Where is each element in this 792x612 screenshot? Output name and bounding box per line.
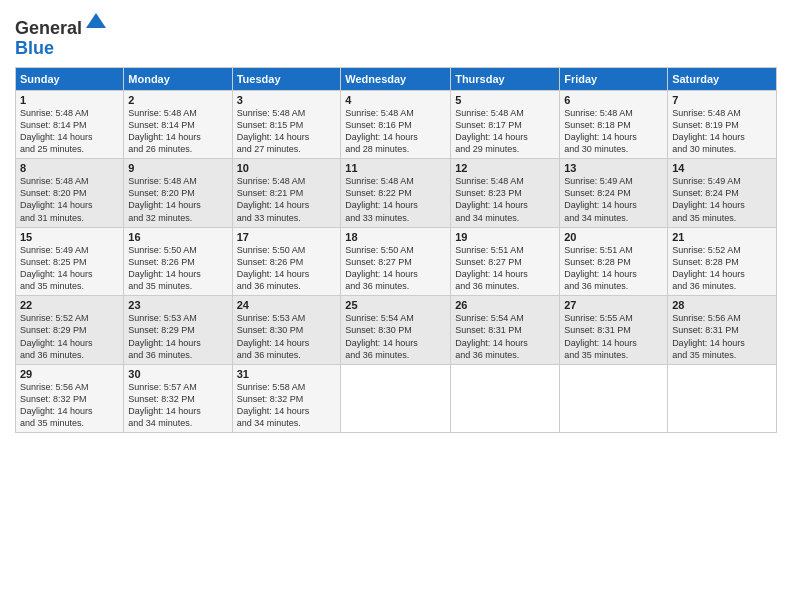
calendar-cell: 9Sunrise: 5:48 AMSunset: 8:20 PMDaylight…: [124, 159, 232, 228]
day-number: 21: [672, 231, 772, 243]
day-number: 15: [20, 231, 119, 243]
col-header-wednesday: Wednesday: [341, 67, 451, 90]
day-number: 29: [20, 368, 119, 380]
calendar-cell: 13Sunrise: 5:49 AMSunset: 8:24 PMDayligh…: [560, 159, 668, 228]
calendar-cell: 7Sunrise: 5:48 AMSunset: 8:19 PMDaylight…: [668, 90, 777, 159]
day-info: Sunrise: 5:48 AMSunset: 8:20 PMDaylight:…: [20, 175, 119, 224]
col-header-sunday: Sunday: [16, 67, 124, 90]
calendar-cell: [668, 364, 777, 433]
calendar-cell: 1Sunrise: 5:48 AMSunset: 8:14 PMDaylight…: [16, 90, 124, 159]
day-info: Sunrise: 5:50 AMSunset: 8:26 PMDaylight:…: [237, 244, 337, 293]
logo-icon: [84, 10, 108, 34]
calendar-cell: 26Sunrise: 5:54 AMSunset: 8:31 PMDayligh…: [451, 296, 560, 365]
day-info: Sunrise: 5:48 AMSunset: 8:15 PMDaylight:…: [237, 107, 337, 156]
calendar-cell: 20Sunrise: 5:51 AMSunset: 8:28 PMDayligh…: [560, 227, 668, 296]
calendar-cell: 10Sunrise: 5:48 AMSunset: 8:21 PMDayligh…: [232, 159, 341, 228]
calendar-cell: 18Sunrise: 5:50 AMSunset: 8:27 PMDayligh…: [341, 227, 451, 296]
calendar-week-5: 29Sunrise: 5:56 AMSunset: 8:32 PMDayligh…: [16, 364, 777, 433]
day-info: Sunrise: 5:48 AMSunset: 8:16 PMDaylight:…: [345, 107, 446, 156]
day-info: Sunrise: 5:48 AMSunset: 8:14 PMDaylight:…: [128, 107, 227, 156]
day-number: 3: [237, 94, 337, 106]
day-info: Sunrise: 5:50 AMSunset: 8:26 PMDaylight:…: [128, 244, 227, 293]
day-number: 4: [345, 94, 446, 106]
day-info: Sunrise: 5:48 AMSunset: 8:22 PMDaylight:…: [345, 175, 446, 224]
col-header-monday: Monday: [124, 67, 232, 90]
col-header-saturday: Saturday: [668, 67, 777, 90]
calendar-cell: 6Sunrise: 5:48 AMSunset: 8:18 PMDaylight…: [560, 90, 668, 159]
calendar-cell: 11Sunrise: 5:48 AMSunset: 8:22 PMDayligh…: [341, 159, 451, 228]
calendar-table: SundayMondayTuesdayWednesdayThursdayFrid…: [15, 67, 777, 434]
day-number: 20: [564, 231, 663, 243]
day-info: Sunrise: 5:54 AMSunset: 8:30 PMDaylight:…: [345, 312, 446, 361]
day-info: Sunrise: 5:48 AMSunset: 8:21 PMDaylight:…: [237, 175, 337, 224]
calendar-cell: 5Sunrise: 5:48 AMSunset: 8:17 PMDaylight…: [451, 90, 560, 159]
day-number: 30: [128, 368, 227, 380]
day-info: Sunrise: 5:51 AMSunset: 8:28 PMDaylight:…: [564, 244, 663, 293]
day-info: Sunrise: 5:48 AMSunset: 8:23 PMDaylight:…: [455, 175, 555, 224]
calendar-cell: 27Sunrise: 5:55 AMSunset: 8:31 PMDayligh…: [560, 296, 668, 365]
calendar-cell: [451, 364, 560, 433]
day-number: 18: [345, 231, 446, 243]
day-number: 28: [672, 299, 772, 311]
day-info: Sunrise: 5:51 AMSunset: 8:27 PMDaylight:…: [455, 244, 555, 293]
day-info: Sunrise: 5:58 AMSunset: 8:32 PMDaylight:…: [237, 381, 337, 430]
day-info: Sunrise: 5:56 AMSunset: 8:31 PMDaylight:…: [672, 312, 772, 361]
calendar-week-3: 15Sunrise: 5:49 AMSunset: 8:25 PMDayligh…: [16, 227, 777, 296]
day-number: 9: [128, 162, 227, 174]
day-number: 11: [345, 162, 446, 174]
calendar-header-row: SundayMondayTuesdayWednesdayThursdayFrid…: [16, 67, 777, 90]
day-number: 16: [128, 231, 227, 243]
day-info: Sunrise: 5:48 AMSunset: 8:19 PMDaylight:…: [672, 107, 772, 156]
calendar-cell: 29Sunrise: 5:56 AMSunset: 8:32 PMDayligh…: [16, 364, 124, 433]
calendar-cell: 25Sunrise: 5:54 AMSunset: 8:30 PMDayligh…: [341, 296, 451, 365]
calendar-cell: 19Sunrise: 5:51 AMSunset: 8:27 PMDayligh…: [451, 227, 560, 296]
day-number: 14: [672, 162, 772, 174]
day-number: 1: [20, 94, 119, 106]
day-number: 6: [564, 94, 663, 106]
calendar-cell: 31Sunrise: 5:58 AMSunset: 8:32 PMDayligh…: [232, 364, 341, 433]
day-number: 22: [20, 299, 119, 311]
calendar-cell: 8Sunrise: 5:48 AMSunset: 8:20 PMDaylight…: [16, 159, 124, 228]
calendar-cell: 28Sunrise: 5:56 AMSunset: 8:31 PMDayligh…: [668, 296, 777, 365]
header: General Blue: [15, 10, 777, 59]
day-info: Sunrise: 5:57 AMSunset: 8:32 PMDaylight:…: [128, 381, 227, 430]
day-number: 2: [128, 94, 227, 106]
day-number: 25: [345, 299, 446, 311]
calendar-week-2: 8Sunrise: 5:48 AMSunset: 8:20 PMDaylight…: [16, 159, 777, 228]
calendar-cell: 12Sunrise: 5:48 AMSunset: 8:23 PMDayligh…: [451, 159, 560, 228]
day-number: 31: [237, 368, 337, 380]
calendar-cell: 21Sunrise: 5:52 AMSunset: 8:28 PMDayligh…: [668, 227, 777, 296]
day-info: Sunrise: 5:49 AMSunset: 8:25 PMDaylight:…: [20, 244, 119, 293]
logo: General Blue: [15, 10, 108, 59]
day-info: Sunrise: 5:53 AMSunset: 8:30 PMDaylight:…: [237, 312, 337, 361]
day-number: 13: [564, 162, 663, 174]
calendar-cell: 17Sunrise: 5:50 AMSunset: 8:26 PMDayligh…: [232, 227, 341, 296]
day-info: Sunrise: 5:56 AMSunset: 8:32 PMDaylight:…: [20, 381, 119, 430]
day-number: 10: [237, 162, 337, 174]
day-number: 5: [455, 94, 555, 106]
calendar-cell: 14Sunrise: 5:49 AMSunset: 8:24 PMDayligh…: [668, 159, 777, 228]
day-info: Sunrise: 5:48 AMSunset: 8:17 PMDaylight:…: [455, 107, 555, 156]
day-number: 27: [564, 299, 663, 311]
calendar-cell: 30Sunrise: 5:57 AMSunset: 8:32 PMDayligh…: [124, 364, 232, 433]
calendar-cell: 4Sunrise: 5:48 AMSunset: 8:16 PMDaylight…: [341, 90, 451, 159]
calendar-cell: 24Sunrise: 5:53 AMSunset: 8:30 PMDayligh…: [232, 296, 341, 365]
svg-marker-0: [86, 13, 106, 28]
day-info: Sunrise: 5:52 AMSunset: 8:28 PMDaylight:…: [672, 244, 772, 293]
logo-general: General: [15, 18, 82, 38]
calendar-cell: 23Sunrise: 5:53 AMSunset: 8:29 PMDayligh…: [124, 296, 232, 365]
day-number: 8: [20, 162, 119, 174]
calendar-cell: 16Sunrise: 5:50 AMSunset: 8:26 PMDayligh…: [124, 227, 232, 296]
calendar-cell: [560, 364, 668, 433]
day-info: Sunrise: 5:53 AMSunset: 8:29 PMDaylight:…: [128, 312, 227, 361]
day-info: Sunrise: 5:48 AMSunset: 8:20 PMDaylight:…: [128, 175, 227, 224]
logo-text: General Blue: [15, 10, 108, 59]
calendar-cell: 3Sunrise: 5:48 AMSunset: 8:15 PMDaylight…: [232, 90, 341, 159]
day-info: Sunrise: 5:52 AMSunset: 8:29 PMDaylight:…: [20, 312, 119, 361]
calendar-cell: 2Sunrise: 5:48 AMSunset: 8:14 PMDaylight…: [124, 90, 232, 159]
day-number: 17: [237, 231, 337, 243]
day-info: Sunrise: 5:48 AMSunset: 8:14 PMDaylight:…: [20, 107, 119, 156]
day-info: Sunrise: 5:49 AMSunset: 8:24 PMDaylight:…: [672, 175, 772, 224]
calendar-week-4: 22Sunrise: 5:52 AMSunset: 8:29 PMDayligh…: [16, 296, 777, 365]
day-number: 7: [672, 94, 772, 106]
